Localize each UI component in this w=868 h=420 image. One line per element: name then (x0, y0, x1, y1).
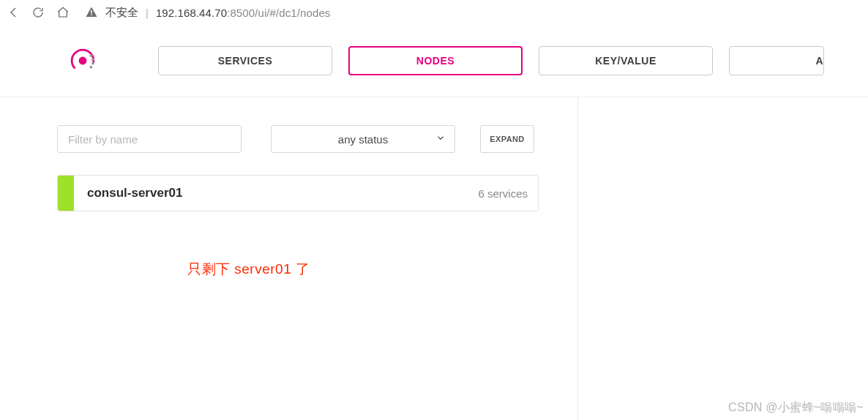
svg-point-6 (91, 62, 94, 65)
node-services-count: 6 services (478, 187, 538, 200)
app-header: SERVICES NODES KEY/VALUE A (0, 45, 868, 97)
home-icon[interactable] (56, 5, 70, 20)
node-name-label: consul-server01 (74, 186, 478, 200)
tab-acl[interactable]: A (729, 46, 824, 75)
consul-logo-icon[interactable] (67, 45, 98, 76)
svg-point-7 (89, 66, 92, 69)
svg-rect-1 (91, 15, 92, 16)
svg-point-3 (79, 57, 87, 65)
browser-toolbar: 不安全 | 192.168.44.70:8500/ui/#/dc1/nodes (0, 0, 868, 25)
main-content: any status EXPAND consul-server01 6 serv… (0, 97, 868, 420)
node-card[interactable]: consul-server01 6 services (57, 175, 539, 211)
svg-point-4 (89, 54, 92, 57)
insecure-label: 不安全 (105, 6, 138, 20)
filter-controls: any status EXPAND (57, 125, 577, 153)
filter-name-input[interactable] (57, 125, 242, 153)
svg-point-5 (91, 58, 94, 61)
url-text: 192.168.44.70:8500/ui/#/dc1/nodes (156, 7, 331, 19)
address-separator: | (146, 7, 149, 19)
svg-rect-0 (91, 10, 92, 14)
app-container: SERVICES NODES KEY/VALUE A any status EX… (0, 25, 868, 420)
status-filter-select[interactable]: any status (271, 125, 455, 153)
nodes-panel: any status EXPAND consul-server01 6 serv… (0, 97, 578, 420)
tab-keyvalue[interactable]: KEY/VALUE (539, 46, 713, 75)
status-filter-label: any status (338, 133, 388, 146)
expand-button[interactable]: EXPAND (480, 125, 534, 153)
insecure-warning-icon (85, 6, 98, 19)
back-icon[interactable] (6, 5, 20, 20)
tab-nodes[interactable]: NODES (348, 46, 523, 75)
node-status-indicator (58, 176, 74, 211)
address-bar[interactable]: 不安全 | 192.168.44.70:8500/ui/#/dc1/nodes (81, 6, 862, 20)
main-tabs: SERVICES NODES KEY/VALUE A (158, 46, 824, 75)
annotation-text: 只剩下 server01 了 (187, 260, 577, 279)
reload-icon[interactable] (31, 5, 45, 20)
tab-services[interactable]: SERVICES (158, 46, 332, 75)
chevron-down-icon (435, 133, 446, 146)
